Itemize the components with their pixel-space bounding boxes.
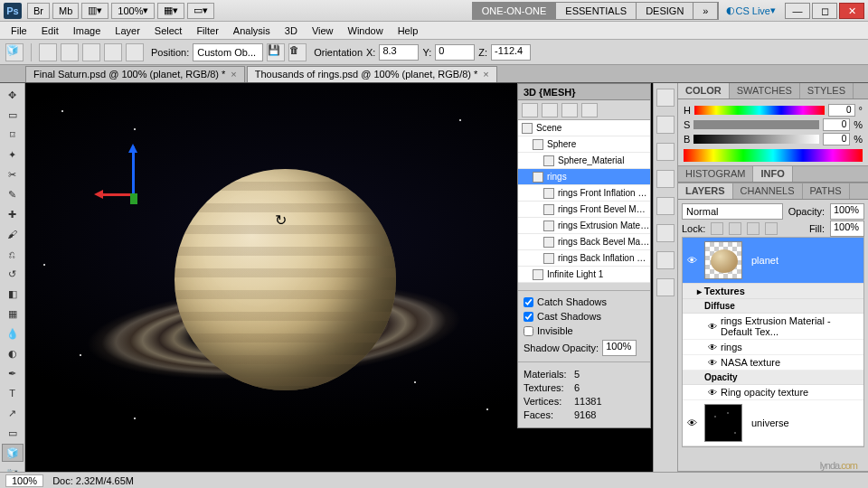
position-select[interactable]: Custom Ob... [193,43,263,61]
catch-shadows-checkbox[interactable]: Catch Shadows [524,296,645,307]
dock-icon-5[interactable] [656,197,675,215]
bri-slider[interactable] [693,135,819,144]
layer-planet[interactable]: 👁 planet [683,238,863,284]
cs-live-button[interactable]: ◐ CS Live ▾ [726,5,776,16]
3d-slide-icon[interactable] [104,43,122,61]
minimize-button[interactable]: — [785,3,810,19]
zoom-field[interactable]: 100% [5,474,43,487]
tab-info[interactable]: INFO [753,166,792,182]
layer-fill-input[interactable]: 100% [830,221,864,237]
workspace-one-on-one[interactable]: ONE-ON-ONE [473,3,557,19]
brush-tool[interactable]: 🖌 [2,225,24,243]
menu-edit[interactable]: Edit [34,22,66,40]
tree-item[interactable]: rings Back Bevel Material [518,234,650,250]
lock-pixels-icon[interactable] [729,222,741,235]
gradient-tool[interactable]: ▦ [2,305,24,323]
invisible-checkbox[interactable]: Invisible [524,325,645,336]
wand-tool[interactable]: ✦ [2,145,24,164]
filter-material-icon[interactable] [561,103,578,117]
lock-trans-icon[interactable] [711,222,723,235]
menu-help[interactable]: Help [391,22,426,40]
crop-tool[interactable]: ✂ [2,165,24,183]
menu-filter[interactable]: Filter [189,22,225,40]
3d-panel-title[interactable]: 3D {MESH} [518,84,650,100]
cast-shadows-checkbox[interactable]: Cast Shadows [524,311,645,322]
titlebar-zoom[interactable]: 100% ▾ [111,3,155,19]
tree-item[interactable]: rings Front Inflation Ma... [518,185,650,202]
close-icon[interactable]: × [483,67,488,82]
filter-light-icon[interactable] [581,103,598,117]
menu-view[interactable]: View [305,22,341,40]
dock-icon-4[interactable] [656,170,675,188]
texture-item[interactable]: 👁 NASA texture [683,355,863,371]
orientation-z-input[interactable]: -112.4 [491,44,531,61]
layers-list[interactable]: 👁 planet ▸ Textures Diffuse 👁 rings Extr… [682,237,864,447]
blend-mode-select[interactable]: Normal [682,203,783,220]
dodge-tool[interactable]: ◐ [2,344,24,362]
tree-item[interactable]: rings Front Bevel Material [518,202,650,218]
workspace-switcher[interactable]: ONE-ON-ONE ESSENTIALS DESIGN » [472,2,720,20]
move-tool[interactable]: ✥ [2,86,24,104]
menu-analysis[interactable]: Analysis [226,22,278,40]
workspace-more[interactable]: » [693,3,718,19]
dock-icon-3[interactable] [656,143,675,161]
orientation-y-input[interactable]: 0 [435,44,475,61]
tab-channels[interactable]: CHANNELS [733,183,803,199]
heal-tool[interactable]: ✚ [2,205,24,223]
history-brush-tool[interactable]: ↺ [2,265,24,283]
workspace-design[interactable]: DESIGN [637,3,693,19]
tab-color[interactable]: COLOR [678,83,730,99]
sat-slider[interactable] [693,120,819,129]
3d-scene-tree[interactable]: SceneSphereSphere_Materialringsrings Fro… [518,120,650,283]
color-spectrum[interactable] [684,149,863,162]
3d-roll-icon[interactable] [61,43,79,61]
texture-item[interactable]: 👁 rings [683,340,863,355]
dock-icon-2[interactable] [656,116,675,134]
close-icon[interactable]: × [231,67,236,82]
sat-input[interactable]: 0 [823,118,850,131]
blur-tool[interactable]: 💧 [2,324,24,343]
titlebar-btn-br[interactable]: Br [27,3,50,19]
tab-paths[interactable]: PATHS [803,183,850,199]
marquee-tool[interactable]: ▭ [2,106,24,124]
eyedropper-tool[interactable]: ✎ [2,185,24,203]
shape-tool[interactable]: ▭ [2,424,24,442]
tree-item[interactable]: rings Back Inflation Mat... [518,250,650,267]
dock-icon-8[interactable] [656,278,675,296]
titlebar-btn-doc[interactable]: ▥▾ [81,3,108,19]
menu-image[interactable]: Image [66,22,108,40]
3d-rotate-icon[interactable] [39,43,57,61]
tab-styles[interactable]: STYLES [800,83,854,99]
textures-header[interactable]: ▸ Textures [683,284,863,299]
stamp-tool[interactable]: ⎌ [2,245,24,263]
menu-3d[interactable]: 3D [278,22,305,40]
path-tool[interactable]: ↗ [2,404,24,422]
layer-opacity-input[interactable]: 100% [830,203,864,220]
layer-universe[interactable]: 👁 universe [683,400,863,446]
tree-item[interactable]: rings Extrusion Material [518,218,650,234]
titlebar-btn-grid[interactable]: ▦▾ [157,3,184,19]
filter-mesh-icon[interactable] [542,103,558,117]
diffuse-header[interactable]: Diffuse [683,299,863,314]
tree-item[interactable]: rings [518,169,650,185]
tree-item[interactable]: Sphere_Material [518,153,650,169]
hue-slider[interactable] [694,106,825,115]
dock-icon-1[interactable] [656,89,675,107]
layer-thumb[interactable] [704,404,742,442]
menu-layer[interactable]: Layer [108,22,147,40]
filter-scene-icon[interactable] [522,103,538,117]
titlebar-btn-mb[interactable]: Mb [52,3,79,19]
visibility-icon[interactable]: 👁 [683,418,701,428]
tool-preset-icon[interactable]: 🧊 [5,43,24,61]
3d-axis-widget[interactable] [98,146,179,246]
tab-layers[interactable]: LAYERS [678,183,733,199]
3d-scale-icon[interactable] [126,43,144,61]
save-position-icon[interactable]: 💾 [267,43,285,61]
visibility-icon[interactable]: 👁 [683,255,701,266]
tab-histogram[interactable]: HISTOGRAM [678,166,753,182]
dock-icon-7[interactable] [656,251,675,269]
doc-tab-0[interactable]: Final Saturn.psd @ 100% (planet, RGB/8) … [25,66,245,82]
tree-item[interactable]: Sphere [518,136,650,153]
layer-thumb[interactable] [704,241,742,279]
3d-rotate-tool[interactable]: 🧊 [2,444,24,462]
